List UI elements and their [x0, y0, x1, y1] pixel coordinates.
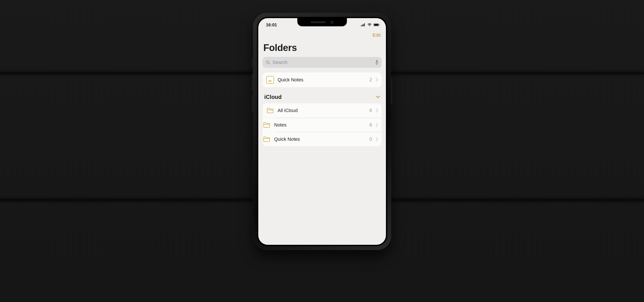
- wifi-icon: [368, 23, 372, 26]
- section-title: iCloud: [264, 94, 282, 100]
- folder-label: Notes: [274, 122, 366, 128]
- chevron-right-icon: [376, 123, 378, 127]
- chevron-right-icon: [376, 78, 378, 82]
- folder-icon: [263, 136, 270, 142]
- quick-notes-row[interactable]: m Quick Notes 2: [262, 73, 382, 87]
- folder-count: 8: [369, 122, 372, 128]
- folder-row-all-icloud[interactable]: All iCloud 8: [262, 103, 382, 118]
- cellular-icon: [361, 23, 366, 26]
- status-time: 16:01: [266, 23, 277, 28]
- page-title: Folders: [258, 39, 386, 57]
- svg-rect-3: [364, 23, 365, 26]
- svg-rect-6: [379, 24, 380, 26]
- folder-count: 8: [369, 108, 372, 113]
- search-placeholder: Search: [272, 60, 373, 65]
- svg-rect-5: [374, 24, 378, 26]
- folder-row-notes[interactable]: Notes 8: [262, 118, 382, 132]
- front-camera: [330, 21, 334, 24]
- phone-frame: 16:01: [253, 13, 391, 250]
- quick-notes-count: 2: [369, 77, 372, 83]
- chevron-right-icon: [376, 137, 378, 141]
- svg-rect-1: [362, 25, 363, 26]
- battery-icon: [374, 23, 380, 26]
- chevron-down-icon: [376, 96, 380, 98]
- dictate-icon[interactable]: [375, 60, 378, 65]
- quick-notes-label: Quick Notes: [278, 77, 366, 83]
- earpiece-speaker: [311, 21, 326, 23]
- chevron-right-icon: [376, 109, 378, 112]
- svg-line-8: [269, 63, 270, 64]
- mute-switch: [252, 58, 253, 67]
- svg-rect-2: [363, 24, 364, 26]
- volume-up-button: [252, 73, 253, 91]
- folder-count: 0: [369, 136, 372, 142]
- notch: [297, 18, 347, 26]
- volume-down-button: [252, 95, 253, 112]
- folder-row-quick-notes[interactable]: Quick Notes 0: [262, 132, 382, 146]
- folder-label: All iCloud: [278, 108, 366, 113]
- search-icon: [266, 60, 270, 65]
- icloud-folders-card: All iCloud 8: [262, 103, 382, 146]
- quick-notes-icon: m: [266, 76, 274, 84]
- search-field[interactable]: Search: [262, 57, 382, 68]
- nav-bar: Edit: [258, 29, 386, 39]
- svg-rect-0: [361, 25, 362, 26]
- quick-notes-card: m Quick Notes 2: [262, 73, 382, 87]
- power-button: [391, 78, 392, 104]
- svg-rect-9: [376, 60, 378, 63]
- screen: 16:01: [258, 18, 386, 245]
- edit-button[interactable]: Edit: [372, 32, 381, 38]
- folder-icon: [266, 108, 274, 114]
- folder-icon: [263, 122, 270, 128]
- section-header-icloud[interactable]: iCloud: [258, 93, 386, 103]
- folder-label: Quick Notes: [274, 136, 366, 142]
